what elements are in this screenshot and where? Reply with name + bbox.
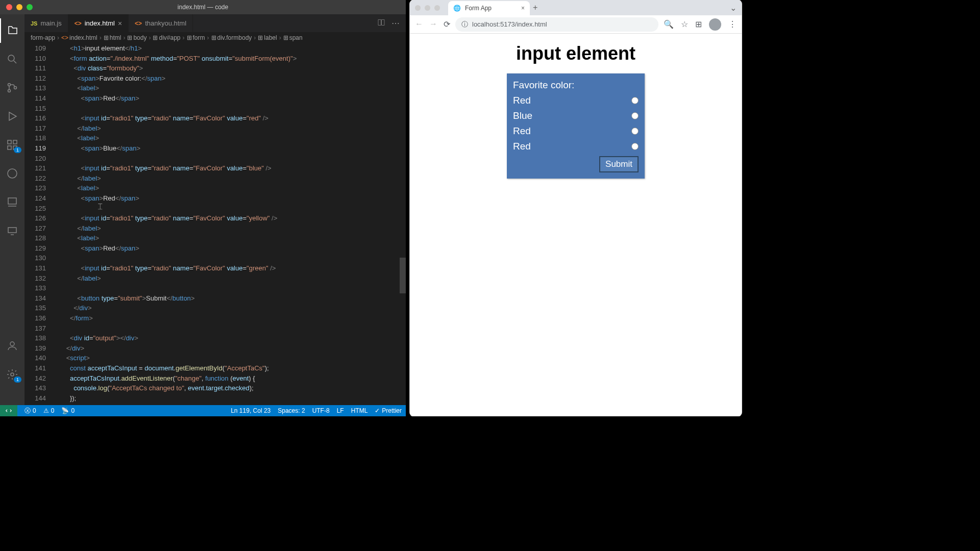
cursor-position[interactable]: Ln 119, Col 23 [231, 407, 271, 414]
gear-badge: 1 [14, 377, 21, 383]
editor-area: JS main.js <> index.html × <> thankyou.h… [24, 14, 406, 405]
extensions-icon[interactable]: 1 [0, 133, 24, 157]
tabs-bar: JS main.js <> index.html × <> thankyou.h… [24, 14, 406, 32]
extension-icon[interactable]: ⊞ [695, 19, 702, 29]
browser-traffic-lights [415, 5, 440, 11]
line-gutter: 1091101111121131141151161171181191201211… [24, 43, 55, 405]
errors-indicator[interactable]: ⓧ 0 [24, 407, 36, 415]
new-tab-icon[interactable]: + [533, 3, 537, 12]
remote-icon[interactable] [0, 218, 24, 243]
text-cursor-icon: ⌶ [98, 202, 102, 212]
menu-icon[interactable]: ⋮ [728, 19, 737, 29]
minimize-window-icon[interactable] [16, 4, 22, 10]
bc-item[interactable]: form-app [31, 34, 55, 41]
radio-input[interactable] [631, 97, 639, 104]
svg-rect-14 [382, 19, 384, 25]
code-editor[interactable]: 1091101111121131141151161171181191201211… [24, 43, 406, 405]
radio-row[interactable]: Red [513, 126, 639, 137]
language-indicator[interactable]: HTML [351, 407, 368, 414]
radio-row[interactable]: Red [513, 141, 639, 152]
chevron-down-icon[interactable]: ⌄ [730, 3, 737, 13]
close-tab-icon[interactable]: × [521, 5, 525, 12]
bc-item[interactable]: label [264, 34, 277, 41]
svg-rect-13 [378, 19, 381, 25]
eol-indicator[interactable]: LF [337, 407, 344, 414]
breadcrumb[interactable]: form-app› <> index.html› ⊞ html› ⊞ body›… [24, 32, 406, 43]
bc-item[interactable]: index.html [69, 34, 97, 41]
remote-explorer-icon[interactable] [0, 161, 24, 186]
radio-input[interactable] [631, 143, 639, 150]
js-file-icon: JS [31, 20, 37, 27]
minimap-thumb[interactable] [400, 258, 406, 293]
svg-point-8 [8, 169, 17, 178]
svg-point-11 [10, 342, 14, 346]
search-icon[interactable] [0, 47, 24, 71]
close-icon[interactable]: × [118, 19, 122, 28]
svg-point-3 [14, 87, 17, 89]
maximize-window-icon[interactable] [27, 4, 33, 10]
browser-tab[interactable]: 🌐 Form App × [448, 1, 530, 15]
close-icon[interactable] [415, 5, 421, 11]
statusbar: ⓧ 0 ⚠ 0 📡 0 Ln 119, Col 23 Spaces: 2 UTF… [0, 405, 406, 416]
run-debug-icon[interactable] [0, 104, 24, 129]
svg-point-12 [11, 373, 14, 376]
bc-item[interactable]: form [193, 34, 205, 41]
bookmark-icon[interactable]: ☆ [681, 19, 688, 29]
minimize-icon[interactable] [425, 5, 430, 11]
svg-point-0 [8, 55, 14, 61]
back-icon[interactable]: ← [415, 19, 423, 29]
reload-icon[interactable]: ⟳ [444, 19, 450, 29]
svg-rect-6 [8, 146, 11, 149]
tab-thankyou-html[interactable]: <> thankyou.html [129, 14, 193, 32]
remote-indicator-icon[interactable] [0, 405, 17, 416]
indent-indicator[interactable]: Spaces: 2 [278, 407, 305, 414]
code-content[interactable]: <h1>input element</h1> <form action="./i… [55, 43, 406, 405]
zoom-icon[interactable]: 🔍 [664, 19, 674, 29]
nav-buttons: ← → ⟳ [415, 19, 450, 29]
bc-item[interactable]: body [133, 34, 146, 41]
accounts-icon[interactable] [0, 334, 24, 358]
page-content: input element Favorite color: Red Blue R… [410, 34, 742, 416]
page-heading: input element [516, 43, 635, 64]
vscode-body: 1 1 JS main.js <> index.html × [0, 14, 406, 405]
encoding-indicator[interactable]: UTF-8 [312, 407, 330, 414]
bc-item[interactable]: span [289, 34, 303, 41]
tabs-actions: ⋯ [377, 14, 406, 32]
minimap[interactable] [400, 43, 406, 405]
explorer-icon[interactable] [0, 18, 24, 43]
bc-item[interactable]: div.formbody [217, 34, 252, 41]
radio-row[interactable]: Red [513, 95, 639, 106]
svg-point-2 [8, 90, 11, 92]
submit-button[interactable]: Submit [599, 156, 639, 172]
bc-item[interactable]: html [110, 34, 121, 41]
close-window-icon[interactable] [6, 4, 12, 10]
browser-titlebar: 🌐 Form App × + ⌄ [410, 0, 742, 15]
radio-label: Red [513, 95, 531, 106]
svg-rect-4 [8, 140, 11, 144]
avatar[interactable] [709, 18, 721, 31]
tab-label: index.html [85, 19, 115, 27]
radio-row[interactable]: Blue [513, 110, 639, 121]
prettier-indicator[interactable]: ✓ Prettier [375, 407, 402, 414]
svg-point-1 [8, 84, 11, 86]
gear-icon[interactable]: 1 [0, 362, 24, 387]
port-indicator[interactable]: 📡 0 [61, 407, 75, 414]
radio-input[interactable] [631, 112, 639, 119]
maximize-icon[interactable] [434, 5, 440, 11]
bookmarks-icon[interactable] [0, 190, 24, 214]
tab-index-html[interactable]: <> index.html × [68, 14, 129, 32]
split-editor-icon[interactable] [377, 18, 385, 29]
source-control-icon[interactable] [0, 76, 24, 100]
more-icon[interactable]: ⋯ [391, 18, 400, 28]
svg-rect-9 [8, 198, 16, 204]
info-icon[interactable]: ⓘ [461, 20, 468, 29]
radio-input[interactable] [631, 128, 639, 135]
bc-item[interactable]: div#app [159, 34, 180, 41]
svg-rect-10 [8, 228, 16, 233]
warnings-indicator[interactable]: ⚠ 0 [43, 407, 55, 414]
toolbar-right: 🔍 ☆ ⊞ ⋮ [664, 18, 737, 31]
forward-icon[interactable]: → [429, 19, 437, 29]
address-bar[interactable]: ⓘ localhost:5173/index.html [455, 17, 658, 32]
window-title: index.html — code [178, 4, 228, 11]
tab-main-js[interactable]: JS main.js [24, 14, 68, 32]
